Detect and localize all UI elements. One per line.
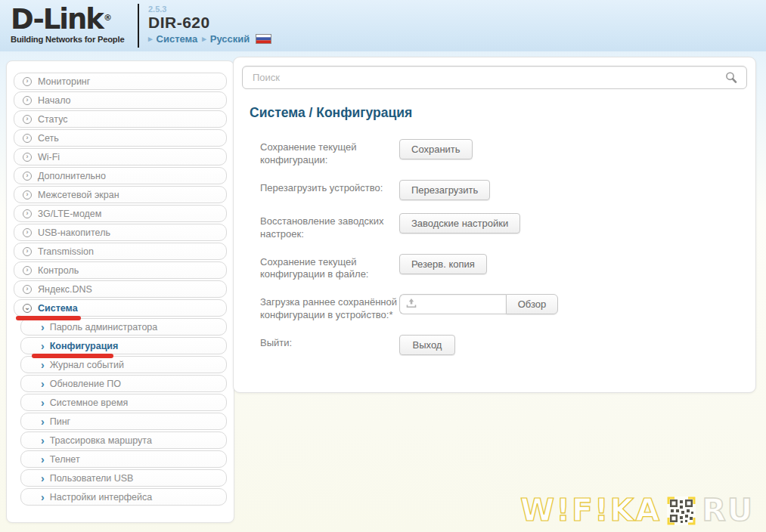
sidebar-item-system[interactable]: ⌄Система — [14, 299, 227, 317]
chevron-right-icon: › — [41, 435, 45, 446]
sidebar-item-network[interactable]: ›Сеть — [14, 129, 227, 147]
sidebar-item-label: Начало — [38, 95, 71, 106]
file-input[interactable] — [399, 294, 506, 314]
wifika-ru-watermark: W!F!KA RU — [520, 495, 754, 526]
sidebar-item-status[interactable]: ›Статус — [14, 110, 227, 128]
form-row-restore-config: Загрузка раннее сохранённой конфигурации… — [260, 294, 755, 322]
sidebar-item-usb-users[interactable]: ›Пользователи USB — [20, 469, 227, 487]
chevron-right-icon: › — [41, 397, 45, 408]
sidebar-item-label: Wi-Fi — [38, 152, 60, 162]
sidebar-item-label: Трассировка маршрута — [50, 435, 152, 446]
breadcrumb-language[interactable]: Русский — [210, 33, 250, 45]
sidebar-item-wifi[interactable]: ›Wi-Fi — [14, 148, 227, 165]
file-upload-control: Обзор — [399, 294, 558, 314]
sidebar-item-label: Яндекс.DNS — [38, 284, 92, 295]
sidebar-item-admin-password[interactable]: ›Пароль администратора — [20, 318, 227, 336]
chevron-right-circle-icon: › — [23, 228, 32, 237]
chevron-right-icon: › — [41, 360, 45, 370]
russian-flag-icon[interactable] — [256, 34, 271, 44]
logo-tagline: Building Networks for People — [11, 35, 126, 44]
model-block: 2.5.3 DIR-620 ▸ Система ▸ Русский — [148, 0, 271, 45]
sidebar-item-telnet[interactable]: ›Телнет — [20, 450, 227, 468]
sidebar-item-usb-storage[interactable]: ›USB-накопитель — [14, 224, 227, 241]
sidebar-item-label: Статус — [38, 114, 68, 125]
sidebar-item-label: Контроль — [38, 265, 79, 276]
row-label: Сохранение текущей конфигурации: — [260, 139, 399, 167]
breadcrumb: ▸ Система ▸ Русский — [148, 33, 271, 45]
sidebar-item-label: Сеть — [38, 133, 59, 144]
chevron-right-icon: › — [41, 492, 45, 503]
watermark-text-right: RU — [702, 495, 754, 526]
chevron-down-circle-icon: ⌄ — [23, 304, 32, 313]
sidebar-item-configuration[interactable]: ›Конфигурация — [20, 337, 227, 354]
sidebar-item-monitoring[interactable]: ›Мониторинг — [14, 73, 227, 90]
registered-mark: ® — [104, 4, 112, 32]
sidebar-item-interface-settings[interactable]: ›Настройки интерфейса — [20, 488, 227, 506]
header-divider — [138, 4, 139, 48]
reboot-button[interactable]: Перезагрузить — [399, 180, 490, 200]
chevron-right-circle-icon: › — [23, 77, 32, 86]
search-icon[interactable] — [724, 71, 738, 88]
chevron-right-circle-icon: › — [23, 115, 32, 124]
form-row-factory-reset: Восстановление заводских настроек: Завод… — [260, 213, 755, 241]
upload-icon — [406, 298, 417, 311]
save-button[interactable]: Сохранить — [399, 139, 473, 159]
sidebar-item-label: Пароль администратора — [50, 322, 158, 332]
sidebar-item-label: Межсетевой экран — [38, 190, 119, 200]
browse-button[interactable]: Обзор — [506, 294, 558, 314]
chevron-right-circle-icon: › — [23, 134, 32, 143]
sidebar-item-3g-lte-modem[interactable]: ›3G/LTE-модем — [14, 205, 227, 222]
sidebar-menu: ›Мониторинг ›Начало ›Статус ›Сеть ›Wi-Fi… — [6, 60, 234, 523]
sidebar-item-label: Обновление ПО — [50, 379, 121, 389]
sidebar-item-label: Мониторинг — [38, 76, 90, 87]
sidebar-item-event-log[interactable]: ›Журнал событий — [20, 356, 227, 373]
factory-reset-button[interactable]: Заводские настройки — [399, 213, 520, 234]
sidebar-item-label: Телнет — [50, 454, 80, 465]
chevron-right-circle-icon: › — [23, 190, 32, 200]
chevron-right-icon: › — [41, 341, 45, 351]
sidebar-item-advanced[interactable]: ›Дополнительно — [14, 167, 227, 184]
row-label: Сохранение текущей конфигурации в файле: — [260, 254, 399, 282]
sidebar-item-control[interactable]: ›Контроль — [14, 261, 227, 279]
sidebar-item-start[interactable]: ›Начало — [14, 91, 227, 109]
sidebar-item-firewall[interactable]: ›Межсетевой экран — [14, 186, 227, 203]
search-input[interactable] — [242, 66, 747, 89]
breadcrumb-system[interactable]: Система — [157, 33, 198, 45]
watermark-text-left: W!F!KA — [520, 495, 661, 526]
main-content-panel: Система / Конфигурация Сохранение текуще… — [233, 57, 756, 393]
sidebar-item-label: Пользователи USB — [50, 473, 134, 484]
sidebar-item-label: Системное время — [50, 397, 129, 408]
sidebar-item-transmission[interactable]: ›Transmission — [14, 243, 227, 260]
configuration-form: Сохранение текущей конфигурации: Сохрани… — [260, 139, 755, 355]
device-model: DIR-620 — [148, 14, 271, 31]
sidebar-item-ping[interactable]: ›Пинг — [20, 413, 227, 430]
form-row-logout: Выйти: Выход — [260, 335, 755, 355]
header: D-Link® Building Networks for People 2.5… — [0, 0, 766, 51]
sidebar-item-system-time[interactable]: ›Системное время — [20, 394, 227, 411]
qr-code-icon — [666, 496, 696, 526]
sidebar-item-traceroute[interactable]: ›Трассировка маршрута — [20, 431, 227, 449]
sidebar-item-label: Журнал событий — [50, 360, 124, 370]
sidebar-item-label: Transmission — [38, 246, 94, 257]
row-label: Загрузка раннее сохранённой конфигурации… — [260, 294, 399, 322]
sidebar-item-yandex-dns[interactable]: ›Яндекс.DNS — [14, 280, 227, 298]
logo-wordmark: D-Link — [11, 3, 103, 36]
form-row-save-config: Сохранение текущей конфигурации: Сохрани… — [260, 139, 755, 167]
logout-button[interactable]: Выход — [399, 335, 455, 355]
chevron-right-icon: › — [41, 473, 45, 484]
sidebar-item-label: Пинг — [50, 416, 70, 427]
breadcrumb-arrow-icon: ▸ — [202, 34, 206, 44]
chevron-right-circle-icon: › — [23, 266, 32, 275]
sidebar-item-firmware-update[interactable]: ›Обновление ПО — [20, 375, 227, 392]
backup-button[interactable]: Резерв. копия — [399, 254, 487, 274]
chevron-right-icon: › — [41, 454, 45, 465]
firmware-version: 2.5.3 — [148, 5, 271, 14]
sidebar-item-label: Настройки интерфейса — [50, 492, 153, 503]
chevron-right-icon: › — [41, 322, 45, 332]
sidebar-item-label: Конфигурация — [50, 341, 119, 351]
chevron-right-circle-icon: › — [23, 285, 32, 294]
dlink-logo-text: D-Link® — [11, 5, 103, 34]
row-label: Перезагрузить устройство: — [260, 180, 399, 195]
sidebar-item-label: Система — [38, 303, 78, 314]
chevron-right-circle-icon: › — [23, 96, 32, 105]
